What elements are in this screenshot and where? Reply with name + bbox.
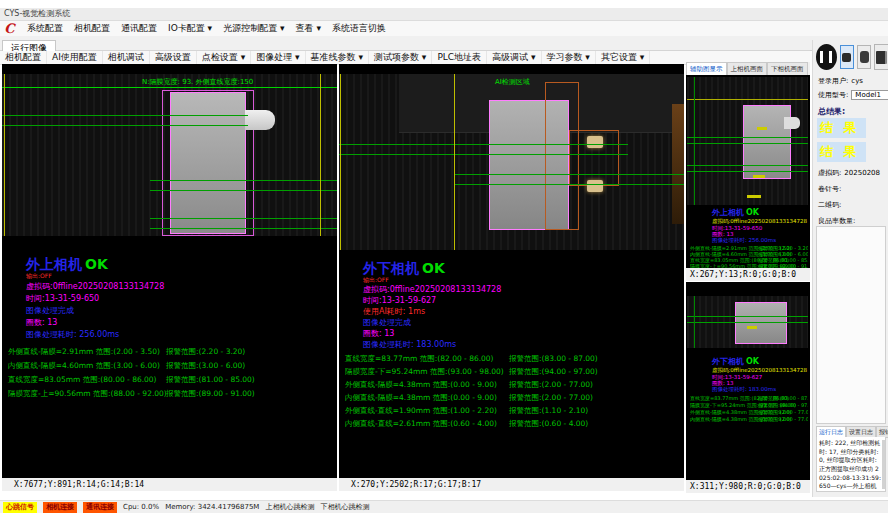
bright-feature xyxy=(587,136,603,148)
tool-advanced-settings[interactable]: 高级设置 xyxy=(150,51,197,64)
measure-line xyxy=(687,137,808,138)
app-window: CYS-视觉检测系统 C 系统配置 相机配置 通讯配置 IO卡配置 ▾ 光源控制… xyxy=(0,0,888,522)
exit-button[interactable] xyxy=(874,44,888,70)
measure-line xyxy=(455,184,684,185)
bright-feature xyxy=(587,180,603,192)
time-line: 时间:13-31-59-627 xyxy=(363,295,436,306)
camera-view-button[interactable] xyxy=(840,45,854,69)
alarm-range: 报警范围:(89.00 - 91.00) xyxy=(166,389,255,399)
measurement-value: 内侧直线-隔膜=4.38mm 范围:(0.00 - 9.00) xyxy=(345,393,497,402)
alarm-range: 报警范围:(83.00 - 87.00) xyxy=(509,354,598,364)
tool-test-params[interactable]: 测试项参数 ▾ xyxy=(369,51,432,64)
width-overlay-label: N:隔膜宽度: 93. 外侧直线宽度:150 xyxy=(142,77,253,87)
login-user-label: 登录用户: xyxy=(818,77,848,85)
ref-line-yellow xyxy=(454,74,455,250)
upper-camera-image[interactable]: N:隔膜宽度: 93. 外侧直线宽度:150 xyxy=(2,74,337,236)
menu-system-config[interactable]: 系统配置 xyxy=(27,22,63,35)
menu-comm-config[interactable]: 通讯配置 xyxy=(121,22,157,35)
monitor-button[interactable] xyxy=(857,45,871,69)
menu-io-config[interactable]: IO卡配置 ▾ xyxy=(168,22,212,35)
cpu-usage: Cpu: 0.0% xyxy=(123,503,159,511)
measure-line xyxy=(150,180,337,181)
process-time-line: 图像处理耗时: 256.00ms xyxy=(712,237,776,244)
measure-line xyxy=(687,316,808,317)
tool-spot-check[interactable]: 点检设置 ▾ xyxy=(197,51,251,64)
process-done-line: 图像处理完成 xyxy=(363,317,411,328)
model-label: 使用型号: xyxy=(818,91,848,99)
virtual-code-label: 虚拟码: xyxy=(818,169,841,177)
pixel-coordinates: X:7677;Y:891;R:14;G:14;B:14 xyxy=(14,480,144,489)
qr-field: 二维码: xyxy=(818,200,887,210)
tool-camera-config[interactable]: 相机配置 xyxy=(0,51,47,64)
lower-camera-image[interactable]: AI检测区域 xyxy=(339,74,684,250)
process-time-line: 图像处理耗时: 256.00ms xyxy=(26,329,119,340)
value-tag xyxy=(757,127,767,130)
monitor-icon xyxy=(860,51,869,63)
pause-icon xyxy=(820,51,832,63)
measurement-value: 内侧直线-直线=2.61mm 范围:(0.60 - 4.00) xyxy=(345,419,497,428)
camera-result-title: 外下相机OK xyxy=(712,356,759,367)
aux-lower-image[interactable] xyxy=(687,296,808,348)
alarm-range: 报警范围:(2.00 - 77.00) xyxy=(758,416,808,422)
lower-heartbeat-check: 下相机心跳检测 xyxy=(320,502,369,512)
tool-camera-debug[interactable]: 相机调试 xyxy=(103,51,150,64)
measure-line xyxy=(2,115,248,116)
measure-line xyxy=(339,154,628,155)
menu-light-config[interactable]: 光源控制配置 ▾ xyxy=(223,22,284,35)
measure-line xyxy=(2,125,248,126)
tool-learning-params[interactable]: 学习参数 ▾ xyxy=(542,51,596,64)
alarm-range: 报警范围:(1.10 - 2.10) xyxy=(509,406,588,416)
ref-line-green xyxy=(694,77,695,205)
tab-connector xyxy=(245,110,275,130)
alarm-range: 报警范围:(94.00 - 97.00) xyxy=(758,402,808,408)
exit-door-icon xyxy=(876,51,887,64)
tool-other-settings[interactable]: 其它设置 ▾ xyxy=(596,51,650,64)
tool-image-processing[interactable]: 图像处理 ▾ xyxy=(251,51,305,64)
tool-advanced-debug[interactable]: 高级调试 ▾ xyxy=(487,51,541,64)
virtual-code-field: 虚拟码:20250208 xyxy=(818,168,887,178)
log-tabs: 运行日志 设置日志 报错日志 xyxy=(816,426,886,437)
edge-glow xyxy=(672,104,684,224)
measurement-row: 外侧直线-隔膜=4.38mm 范围:(0.00 - 9.00) 报警范围:(2.… xyxy=(345,380,682,390)
ref-line-yellow xyxy=(4,74,5,236)
model-select[interactable]: Model1 xyxy=(851,90,888,100)
alarm-range: 报警范围:(81.00 - 85.00) xyxy=(166,375,255,385)
pause-button[interactable] xyxy=(816,44,837,70)
heartbeat-badge: 心跳信号 xyxy=(3,502,37,513)
measurement-value: 外侧直线-隔膜=2.91mm 范围:(2.00 - 3.50) xyxy=(8,347,160,356)
alarm-range: 报警范围:(2.00 - 77.00) xyxy=(758,409,808,415)
measurement-value: 外侧直线-隔膜=4.38mm 范围:(0.00 - 9.00) xyxy=(345,380,497,389)
yield-field: 良品率数量: xyxy=(818,216,887,226)
turns-line: 圈数: 13 xyxy=(363,328,394,339)
log-scrollbar[interactable] xyxy=(882,440,885,489)
aux-tabs: 辅助图显示 上相机画面 下相机画面 xyxy=(686,62,810,75)
run-log-text: 耗时: 222, 丝印检测耗时: 17, 丝印分类耗时: 0, 丝印提取分区耗时… xyxy=(816,437,886,492)
tool-plc-address[interactable]: PLC地址表 xyxy=(432,51,487,64)
value-tag xyxy=(753,175,765,178)
menu-view[interactable]: 查看 ▾ xyxy=(296,22,321,35)
aux-tab-upper[interactable]: 上相机画面 xyxy=(727,62,768,76)
menu-camera-config[interactable]: 相机配置 xyxy=(74,22,110,35)
tool-baseline-params[interactable]: 基准线参数 ▾ xyxy=(306,51,369,64)
pixel-coordinates: X:311;Y:980;R:0;G:0;B:0 xyxy=(690,482,801,491)
aux-upper-image[interactable] xyxy=(687,77,808,205)
pixel-coordinate-bar: X:267;Y:13;R:0;G:0;B:0 xyxy=(686,268,810,281)
value-tag xyxy=(747,326,757,329)
output-subtitle: 输出:OFF xyxy=(26,272,52,281)
alarm-range: 报警范围:(2.00 - 77.00) xyxy=(509,393,593,403)
measurement-row: 隔膜宽度-下=95.24mm 范围:(93.00 - 98.00) 报警范围:(… xyxy=(690,402,808,408)
aux-lower-view: 外下相机OK 虚拟码:0ffline20250208133134728 时间:1… xyxy=(686,282,810,493)
memory-usage: Memory: 3424.41796875M xyxy=(165,503,259,511)
camera-name: 外上相机 xyxy=(712,208,744,217)
pixel-coordinate-bar: X:311;Y:980;R:0;G:0;B:0 xyxy=(686,480,810,493)
aux-tab-assist[interactable]: 辅助图显示 xyxy=(686,62,727,76)
measure-line xyxy=(455,174,684,175)
yield-label: 良品率数量: xyxy=(818,217,855,225)
pixel-coordinates: X:270;Y:2502;R:17;G:17;B:17 xyxy=(351,480,481,489)
tool-ai-config[interactable]: AI使用配置 xyxy=(47,51,103,64)
menu-language-switch[interactable]: 系统语言切换 xyxy=(332,22,386,35)
measurement-row: 内侧直线-隔膜=4.60mm 范围:(3.00 - 6.00) 报警范围:(3.… xyxy=(8,361,335,371)
aux-tab-lower[interactable]: 下相机画面 xyxy=(767,62,808,76)
process-time-line: 图像处理耗时: 183.00ms xyxy=(363,339,456,350)
camera-name: 外上相机 xyxy=(26,256,82,272)
